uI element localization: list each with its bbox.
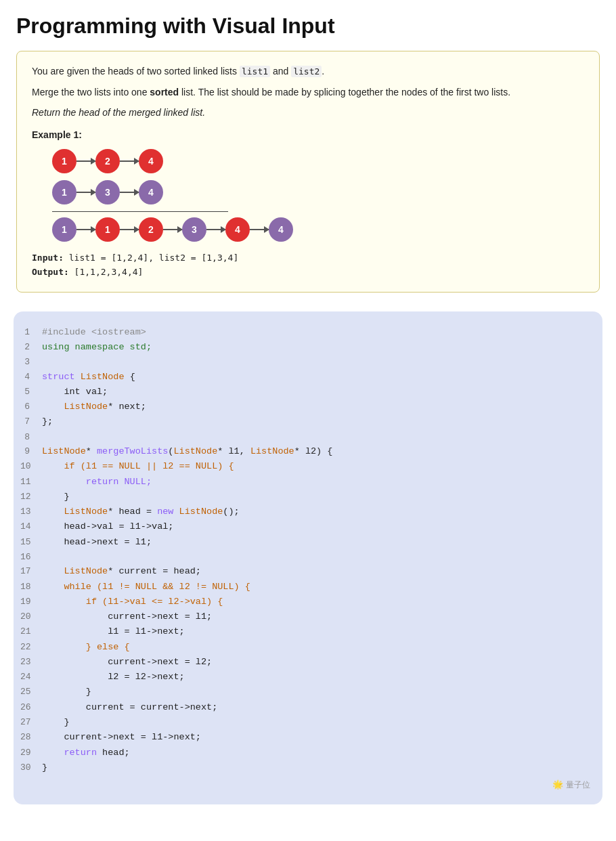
- code-line: 23 current->next = l2;: [20, 655, 596, 670]
- code-text: if (l1->val <= l2->val) {: [42, 595, 596, 609]
- line-number: 20: [20, 609, 42, 624]
- diagram-area: 1 2 4 1 3 4 1 1 2 3 4 4: [52, 149, 584, 242]
- code-list2: list2: [291, 66, 322, 77]
- code-line: 3: [20, 355, 596, 369]
- line-number: 16: [20, 550, 42, 564]
- code-line: 6 ListNode* next;: [20, 400, 596, 414]
- line-number: 14: [20, 519, 42, 534]
- code-text: } else {: [42, 640, 596, 655]
- problem-line1: You are given the heads of two sorted li…: [32, 64, 584, 79]
- code-text: }: [42, 490, 596, 504]
- page-title: Programming with Visual Input: [16, 14, 600, 39]
- code-line: 9ListNode* mergeTwoLists(ListNode* l1, L…: [20, 444, 596, 459]
- watermark: 🌟 量子位: [20, 779, 596, 791]
- code-text: return NULL;: [42, 475, 596, 490]
- line-number: 15: [20, 535, 42, 549]
- line-number: 25: [20, 685, 42, 699]
- code-text: while (l1 != NULL && l2 != NULL) {: [42, 580, 596, 595]
- code-text: ListNode* mergeTwoLists(ListNode* l1, Li…: [42, 444, 596, 459]
- line-number: 2: [20, 340, 42, 354]
- node-r1-1: 1: [52, 149, 76, 173]
- code-line: 27 }: [20, 715, 596, 730]
- code-text: }: [42, 715, 596, 730]
- problem-line2: Merge the two lists into one sorted list…: [32, 85, 584, 100]
- code-line: 1#include <iostream>: [20, 325, 596, 340]
- node-r2-2: 3: [95, 180, 120, 204]
- code-line: 10 if (l1 == NULL || l2 == NULL) {: [20, 459, 596, 474]
- list-row-2: 1 3 4: [52, 180, 584, 204]
- code-line: 15 head->next = l1;: [20, 535, 596, 550]
- code-text: current->next = l2;: [42, 655, 596, 670]
- code-line: 2using namespace std;: [20, 340, 596, 355]
- code-text: head->val = l1->val;: [42, 519, 596, 534]
- code-panel: 1#include <iostream>2using namespace std…: [14, 311, 602, 804]
- node-r3-6: 4: [269, 217, 293, 242]
- code-line: 13 ListNode* head = new ListNode();: [20, 504, 596, 519]
- code-text: ListNode* current = head;: [42, 564, 596, 579]
- line-number: 21: [20, 624, 42, 639]
- line-number: 29: [20, 746, 42, 760]
- line-number: 17: [20, 564, 42, 578]
- line-number: 6: [20, 400, 42, 414]
- arrow-r2-2: [120, 192, 139, 193]
- line-number: 4: [20, 370, 42, 384]
- arrow-r3-4: [206, 229, 225, 230]
- code-text: return head;: [42, 746, 596, 760]
- code-text: current = current->next;: [42, 700, 596, 715]
- code-text: };: [42, 414, 596, 429]
- line-number: 5: [20, 385, 42, 399]
- line-number: 11: [20, 475, 42, 489]
- code-line: 24 l2 = l2->next;: [20, 670, 596, 685]
- node-r2-1: 1: [52, 180, 76, 204]
- line-number: 23: [20, 655, 42, 669]
- node-r3-4: 3: [182, 217, 206, 242]
- code-text: if (l1 == NULL || l2 == NULL) {: [42, 459, 596, 474]
- code-text: ListNode* next;: [42, 400, 596, 414]
- code-line: 18 while (l1 != NULL && l2 != NULL) {: [20, 580, 596, 595]
- diagram-divider: [52, 211, 228, 212]
- node-r3-5: 4: [225, 217, 250, 242]
- code-text: head->next = l1;: [42, 535, 596, 550]
- node-r2-3: 4: [139, 180, 163, 204]
- line-number: 1: [20, 325, 42, 339]
- example-label: Example 1:: [32, 127, 584, 142]
- arrow-r3-2: [120, 229, 139, 230]
- code-line: 17 ListNode* current = head;: [20, 564, 596, 579]
- line-number: 19: [20, 595, 42, 609]
- code-text: }: [42, 760, 596, 775]
- code-line: 28 current->next = l1->next;: [20, 730, 596, 745]
- line-number: 8: [20, 430, 42, 444]
- code-list1: list1: [240, 66, 270, 77]
- line-number: 30: [20, 760, 42, 775]
- code-line: 5 int val;: [20, 385, 596, 400]
- line-number: 24: [20, 670, 42, 684]
- code-text: int val;: [42, 385, 596, 400]
- io-section: Input: list1 = [1,2,4], list2 = [1,3,4] …: [32, 251, 584, 280]
- arrow-r1-2: [120, 160, 139, 162]
- line-number: 7: [20, 414, 42, 429]
- line-number: 9: [20, 444, 42, 458]
- node-r3-2: 1: [95, 217, 120, 242]
- code-line: 30}: [20, 760, 596, 775]
- arrow-r3-1: [76, 229, 95, 230]
- arrow-r3-3: [163, 229, 182, 230]
- output-line: Output: [1,1,2,3,4,4]: [32, 265, 584, 280]
- line-number: 27: [20, 715, 42, 729]
- code-text: ListNode* head = new ListNode();: [42, 504, 596, 519]
- line-number: 13: [20, 504, 42, 519]
- code-text: #include <iostream>: [42, 325, 596, 340]
- line-number: 3: [20, 355, 42, 369]
- code-text: current->next = l1->next;: [42, 730, 596, 745]
- code-line: 12 }: [20, 490, 596, 504]
- problem-line3: Return the head of the merged linked lis…: [32, 105, 584, 120]
- code-line: 20 current->next = l1;: [20, 609, 596, 624]
- code-line: 11 return NULL;: [20, 475, 596, 490]
- line-number: 28: [20, 730, 42, 744]
- code-line: 7};: [20, 414, 596, 429]
- code-line: 25 }: [20, 685, 596, 699]
- code-text: }: [42, 685, 596, 699]
- code-text: l1 = l1->next;: [42, 624, 596, 639]
- line-number: 26: [20, 700, 42, 714]
- code-line: 8: [20, 430, 596, 444]
- list-row-1: 1 2 4: [52, 149, 584, 173]
